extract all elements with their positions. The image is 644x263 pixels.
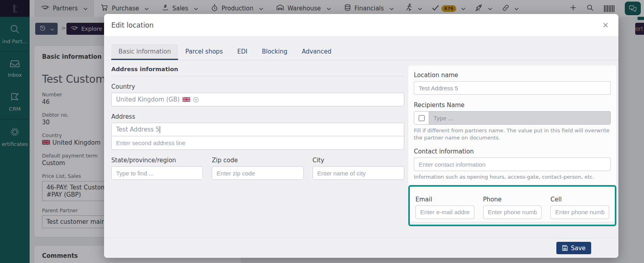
region-row: State/province/region Zip code City: [111, 150, 404, 180]
location-name-input[interactable]: [414, 81, 611, 95]
contact-label: Contact information: [414, 148, 611, 155]
recipients-help: Fill if different from partners name. Th…: [414, 127, 611, 141]
address-line1-input[interactable]: Test Address 5: [111, 123, 404, 136]
modal-header: Edit location ×: [104, 14, 618, 36]
modal-title: Edit location: [111, 21, 154, 29]
tab-advanced[interactable]: Advanced: [295, 44, 339, 60]
text-cursor: [160, 126, 160, 133]
floppy-icon: [562, 245, 568, 251]
address-column: Address information Country United Kingd…: [111, 66, 404, 180]
uk-flag-icon: [183, 97, 190, 102]
edit-location-modal: Edit location × Basic information Parcel…: [104, 14, 618, 258]
contact-input[interactable]: [414, 157, 611, 171]
location-column: Location name Recipients Name Fill if di…: [408, 66, 616, 222]
recipients-checkbox-cell[interactable]: [414, 112, 429, 124]
tab-edi[interactable]: EDI: [230, 44, 255, 60]
save-button[interactable]: Save: [556, 242, 591, 254]
location-name-label: Location name: [414, 72, 611, 79]
address-line2-input[interactable]: [111, 136, 404, 150]
contact-highlight-box: Email Phone Cell: [408, 185, 616, 226]
section-title: Address information: [111, 66, 404, 76]
address-label: Address: [111, 113, 404, 120]
tab-basic-information[interactable]: Basic information: [111, 44, 178, 60]
modal-tabs: Basic information Parcel shops EDI Block…: [104, 36, 618, 60]
state-input[interactable]: [111, 166, 203, 180]
clear-selection-icon[interactable]: [193, 97, 199, 103]
address-group: Test Address 5: [111, 123, 404, 150]
zip-label: Zip code: [212, 157, 303, 164]
screen: t Partners Purchase Sales Production: [0, 0, 644, 263]
phone-input[interactable]: [483, 205, 542, 219]
zip-input[interactable]: [212, 166, 303, 180]
phone-label: Phone: [483, 196, 542, 203]
checkbox[interactable]: [419, 115, 425, 121]
contact-help: Information such as opening hours, acces…: [414, 173, 611, 181]
cell-label: Cell: [550, 196, 609, 203]
country-field[interactable]: United Kingdom (GB): [111, 93, 404, 106]
tab-blocking[interactable]: Blocking: [255, 44, 295, 60]
country-label: Country: [111, 83, 404, 90]
city-input[interactable]: [313, 166, 404, 180]
email-input[interactable]: [415, 205, 474, 219]
recipients-group: [414, 111, 611, 125]
cell-input[interactable]: [550, 205, 609, 219]
state-label: State/province/region: [111, 157, 203, 164]
city-label: City: [313, 157, 404, 164]
tab-parcel-shops[interactable]: Parcel shops: [178, 44, 230, 60]
modal-body: Basic information Parcel shops EDI Block…: [104, 36, 618, 238]
email-label: Email: [415, 196, 474, 203]
modal-footer: Save: [104, 238, 618, 258]
close-icon[interactable]: ×: [600, 20, 611, 30]
recipients-input[interactable]: [429, 112, 610, 124]
recipients-label: Recipients Name: [414, 102, 611, 109]
